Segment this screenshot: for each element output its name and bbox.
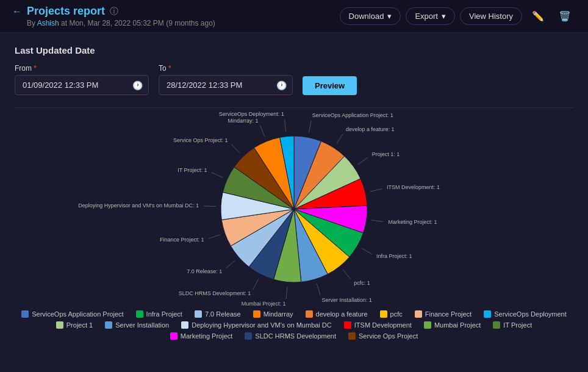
svg-line-3: [337, 134, 343, 144]
page-title: Projects report: [27, 5, 105, 18]
legend-color-swatch: [21, 310, 29, 318]
pie-label: ServiceOps Deployment: 1: [219, 111, 284, 117]
legend-color-swatch: [484, 310, 491, 318]
legend-item: Project 1: [56, 321, 93, 329]
svg-line-9: [371, 220, 384, 222]
legend-label: 7.0 Release: [205, 310, 241, 318]
subtitle: By Ashish at Mon, Mar 28, 2022 05:32 PM …: [27, 19, 215, 27]
legend-label: Mumbai Project: [434, 321, 481, 329]
legend-item: Deploying Hypervisor and VM's on Mumbai …: [181, 321, 332, 329]
legend-label: Service Ops Project: [359, 332, 418, 340]
pie-label: Mindarray: 1: [228, 118, 259, 124]
legend-label: Deploying Hypervisor and VM's on Mumbai …: [192, 321, 332, 329]
download-button[interactable]: Download ▾: [340, 7, 401, 25]
export-dropdown-icon: ▾: [442, 12, 446, 21]
legend-label: Server Installation: [115, 321, 169, 329]
legend-label: SLDC HRMS Development: [255, 332, 336, 340]
legend-label: ServiceOps Deployment: [494, 310, 567, 318]
pie-label: Finance Project: 1: [160, 237, 204, 243]
legend-color-swatch: [136, 310, 143, 318]
pie-chart-svg: ServiceOps Deployment: 1ServiceOps Appli…: [111, 118, 477, 301]
legend-item: pcfc: [380, 310, 403, 318]
to-field-group: To * 🕐: [159, 64, 293, 95]
svg-line-8: [204, 206, 216, 207]
legend-color-swatch: [253, 310, 260, 318]
legend-label: develop a feature: [316, 310, 368, 318]
legend-item: Service Ops Project: [348, 332, 418, 340]
pie-label: Project 1: 1: [372, 151, 400, 157]
legend-item: 7.0 Release: [195, 310, 241, 318]
legend-color-swatch: [181, 321, 188, 329]
pie-label: develop a feature: 1: [346, 126, 395, 132]
section-title: Last Updated Date: [15, 45, 573, 55]
legend-color-swatch: [105, 321, 112, 329]
legend-item: IT Project: [493, 321, 532, 329]
legend-label: pcfc: [390, 310, 403, 318]
main-content: Last Updated Date From * 🕐 To * 🕐 Previe…: [0, 33, 588, 352]
to-date-input[interactable]: [159, 75, 293, 95]
legend-color-swatch: [245, 332, 252, 340]
legend-color-swatch: [415, 310, 422, 318]
info-icon[interactable]: ⓘ: [110, 6, 118, 17]
legend-label: Finance Project: [425, 310, 471, 318]
delete-button[interactable]: 🗑️: [554, 8, 576, 24]
svg-line-12: [226, 260, 235, 268]
from-date-input[interactable]: [15, 75, 149, 95]
legend-color-swatch: [380, 310, 387, 318]
view-history-button[interactable]: View History: [460, 7, 522, 25]
legend-item: develop a feature: [306, 310, 368, 318]
pie-label: Server Installation: 1: [322, 297, 372, 303]
legend-item: ServiceOps Application Project: [21, 310, 123, 318]
edit-button[interactable]: ✏️: [527, 8, 549, 24]
legend-color-swatch: [170, 332, 177, 340]
export-button[interactable]: Export ▾: [406, 7, 455, 25]
author-link[interactable]: Ashish: [37, 19, 59, 27]
svg-line-11: [362, 248, 372, 254]
svg-line-5: [358, 157, 368, 164]
legend-item: Finance Project: [415, 310, 471, 318]
legend-color-swatch: [493, 321, 500, 329]
to-label: To *: [159, 64, 293, 73]
legend-item: ITSM Development: [344, 321, 412, 329]
from-input-wrapper: 🕐: [15, 75, 149, 95]
svg-line-6: [212, 173, 223, 177]
top-bar: ← Projects report ⓘ By Ashish at Mon, Ma…: [0, 0, 588, 33]
legend-label: IT Project: [503, 321, 532, 329]
legend-item: Marketing Project: [170, 332, 233, 340]
back-button[interactable]: ←: [12, 6, 22, 17]
pie-label: ITSM Development: 1: [387, 184, 440, 190]
preview-button[interactable]: Preview: [303, 76, 357, 95]
legend-color-swatch: [344, 321, 351, 329]
svg-line-10: [209, 235, 220, 239]
pie-label: 7.0 Release: 1: [187, 268, 222, 274]
legend-label: Infra Project: [146, 310, 182, 318]
pie-label: ServiceOps Application Project: 1: [312, 112, 393, 118]
svg-line-16: [286, 287, 287, 299]
svg-line-13: [343, 270, 351, 279]
legend-item: Mindarray: [253, 310, 293, 318]
download-dropdown-icon: ▾: [387, 12, 392, 21]
legend: ServiceOps Application ProjectInfra Proj…: [20, 310, 568, 340]
title-section: ← Projects report ⓘ By Ashish at Mon, Ma…: [12, 5, 215, 27]
pie-label: Infra Project: 1: [376, 253, 412, 259]
actions-bar: Download ▾ Export ▾ View History ✏️ 🗑️: [340, 7, 576, 25]
svg-line-7: [370, 189, 382, 191]
svg-line-14: [253, 279, 259, 290]
pie-label: Deploying Hypervisor and VM's on Mumbai …: [78, 202, 199, 209]
pie-chart-container: ServiceOps Deployment: 1ServiceOps Appli…: [111, 118, 477, 301]
to-input-wrapper: 🕐: [159, 75, 293, 95]
chart-area: ServiceOps Deployment: 1ServiceOps Appli…: [15, 118, 573, 340]
pie-label: Marketing Project: 1: [388, 219, 437, 225]
legend-label: ServiceOps Application Project: [32, 310, 123, 318]
pie-label: IT Project: 1: [177, 167, 207, 173]
legend-item: ServiceOps Deployment: [484, 310, 567, 318]
legend-item: Mumbai Project: [424, 321, 481, 329]
svg-line-4: [231, 145, 240, 153]
legend-color-swatch: [306, 310, 313, 318]
legend-color-swatch: [195, 310, 202, 318]
divider: [15, 107, 573, 108]
legend-item: Infra Project: [136, 310, 182, 318]
svg-line-0: [285, 120, 286, 132]
date-filter: From * 🕐 To * 🕐 Preview: [15, 64, 573, 95]
legend-label: ITSM Development: [354, 321, 412, 329]
